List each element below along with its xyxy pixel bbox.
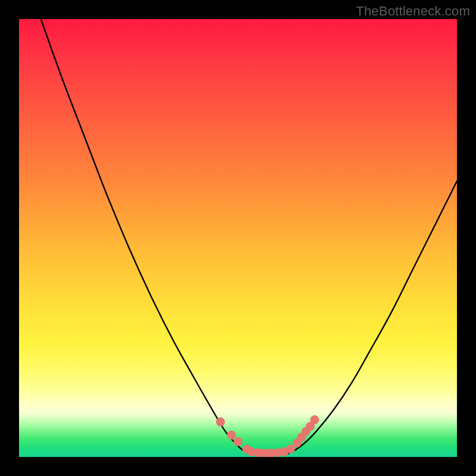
data-marker [216,418,225,427]
data-marker [286,444,295,453]
chart-frame: TheBottleneck.com [0,0,476,476]
data-marker [310,415,319,424]
chart-plot-area [19,19,457,457]
data-marker [234,437,243,446]
data-marker [227,431,236,440]
watermark-text: TheBottleneck.com [356,4,470,19]
chart-svg [19,19,457,457]
bottleneck-curve [19,19,457,455]
